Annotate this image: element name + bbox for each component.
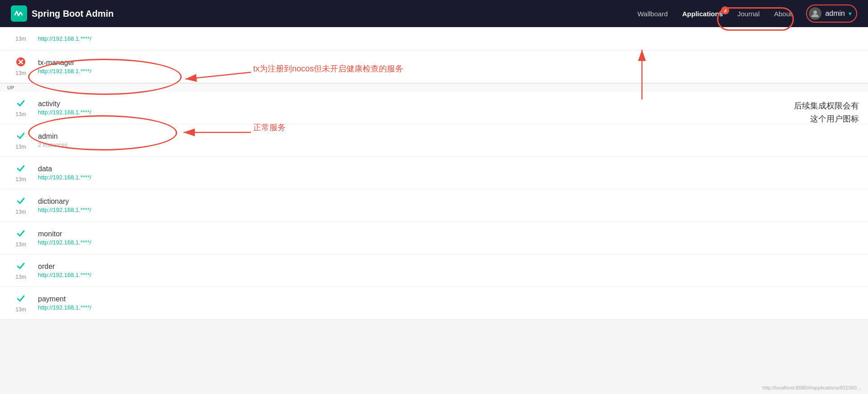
- payment-time: 13m: [15, 306, 26, 313]
- payment-app-name: payment: [38, 295, 861, 303]
- admin-status-col: 13m: [7, 131, 34, 150]
- tx-app-info: tx-manager http://192.168.1.****/: [34, 59, 861, 75]
- app-row-tx-manager[interactable]: 13m tx-manager http://192.168.1.****/: [0, 51, 868, 83]
- payment-app-info: payment http://192.168.1.****/: [34, 295, 861, 311]
- order-time: 13m: [15, 274, 26, 280]
- user-name: admin: [825, 9, 845, 18]
- admin-instances: 2 instances: [38, 141, 861, 148]
- tx-status-col: 13m: [7, 57, 34, 76]
- monitor-time: 13m: [15, 241, 26, 248]
- nav-links: Wallboard Applications 3 Journal About a…: [637, 5, 857, 23]
- nav-wallboard[interactable]: Wallboard: [637, 10, 668, 18]
- order-app-url: http://192.168.1.****/: [38, 272, 861, 278]
- dictionary-time: 13m: [15, 209, 26, 215]
- navbar: Spring Boot Admin Wallboard Applications…: [0, 0, 868, 27]
- activity-app-name: activity: [38, 100, 861, 108]
- data-app-info: data http://192.168.1.****/: [34, 165, 861, 181]
- partial-time: 13m: [15, 36, 26, 42]
- user-menu[interactable]: admin ▾: [806, 5, 857, 23]
- tx-app-url: http://192.168.1.****/: [38, 68, 861, 75]
- status-up-icon-activity: [16, 98, 26, 110]
- applications-badge: 3: [721, 6, 729, 14]
- user-avatar-icon: [809, 7, 821, 20]
- monitor-status-col: 13m: [7, 228, 34, 248]
- payment-status-col: 13m: [7, 293, 34, 313]
- order-app-name: order: [38, 263, 861, 271]
- svg-point-0: [813, 10, 817, 14]
- partial-status-col: 13m: [7, 36, 34, 42]
- nav-journal[interactable]: Journal: [737, 10, 760, 18]
- order-status-col: 13m: [7, 261, 34, 280]
- app-row-order[interactable]: 13m order http://192.168.1.****/: [0, 254, 868, 287]
- monitor-app-info: monitor http://192.168.1.****/: [34, 230, 861, 246]
- nav-applications-label: Applications: [682, 10, 723, 18]
- partial-app-info: http://192.168.1.****/: [34, 35, 861, 42]
- app-row-monitor[interactable]: 13m monitor http://192.168.1.****/: [0, 222, 868, 254]
- brand-icon: [11, 5, 27, 22]
- user-chevron-icon: ▾: [849, 10, 852, 17]
- monitor-app-name: monitor: [38, 230, 861, 238]
- app-row-payment[interactable]: 13m payment http://192.168.1.****/: [0, 287, 868, 319]
- data-status-col: 13m: [7, 163, 34, 183]
- data-app-url: http://192.168.1.****/: [38, 174, 861, 181]
- activity-status-col: 13m: [7, 98, 34, 117]
- status-down-icon: [16, 57, 26, 69]
- app-row-dictionary[interactable]: 13m dictionary http://192.168.1.****/: [0, 189, 868, 222]
- status-up-icon-order: [16, 261, 26, 273]
- dictionary-status-col: 13m: [7, 196, 34, 215]
- footer-url: http://localhost:8080/#/applications/831…: [762, 385, 861, 390]
- activity-app-info: activity http://192.168.1.****/: [34, 100, 861, 116]
- monitor-app-url: http://192.168.1.****/: [38, 239, 861, 246]
- partial-top-row[interactable]: 13m http://192.168.1.****/: [0, 27, 868, 51]
- payment-app-url: http://192.168.1.****/: [38, 304, 861, 311]
- admin-app-info: admin 2 instances: [34, 132, 861, 148]
- app-row-admin[interactable]: 13m admin 2 instances: [0, 124, 868, 157]
- brand-title: Spring Boot Admin: [32, 9, 113, 19]
- tx-app-name: tx-manager: [38, 59, 861, 67]
- status-up-icon-admin: [16, 131, 26, 143]
- admin-app-name: admin: [38, 132, 861, 141]
- dictionary-app-url: http://192.168.1.****/: [38, 206, 861, 213]
- dictionary-app-info: dictionary http://192.168.1.****/: [34, 197, 861, 213]
- app-row-activity[interactable]: 13m activity http://192.168.1.****/: [0, 92, 868, 124]
- status-up-icon-payment: [16, 293, 26, 305]
- app-list: 13m http://192.168.1.****/ 13m tx-manag: [0, 27, 868, 319]
- main-content: tx为注册到nocos但未开启健康检查的服务 正常服务 后续集成权限会有 这个用…: [0, 27, 868, 319]
- partial-app-url: http://192.168.1.****/: [38, 35, 861, 42]
- nav-about[interactable]: About: [774, 10, 792, 18]
- dictionary-app-name: dictionary: [38, 197, 861, 206]
- app-row-data[interactable]: 13m data http://192.168.1.****/: [0, 157, 868, 189]
- nav-applications[interactable]: Applications 3: [682, 10, 723, 18]
- admin-time: 13m: [15, 144, 26, 150]
- data-app-name: data: [38, 165, 861, 173]
- order-app-info: order http://192.168.1.****/: [34, 263, 861, 278]
- activity-time: 13m: [15, 111, 26, 117]
- tx-time: 13m: [15, 70, 26, 76]
- status-up-icon-data: [16, 163, 26, 175]
- section-up-label: UP: [0, 83, 868, 92]
- status-up-icon-monitor: [16, 228, 26, 240]
- status-up-icon-dictionary: [16, 196, 26, 208]
- brand: Spring Boot Admin: [11, 5, 113, 22]
- data-time: 13m: [15, 176, 26, 183]
- activity-app-url: http://192.168.1.****/: [38, 109, 861, 116]
